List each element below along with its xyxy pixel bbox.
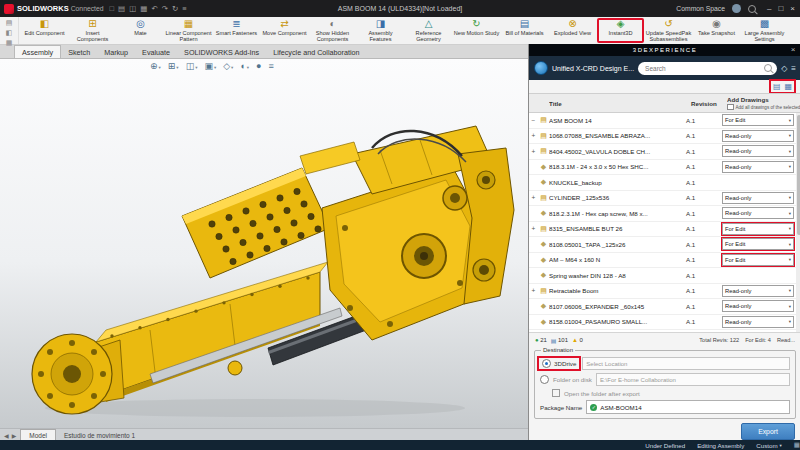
table-row[interactable]: ◆KNUCKLE_backupA.1 (529, 175, 800, 191)
panel-search-input[interactable] (643, 64, 761, 73)
search-icon[interactable] (764, 64, 772, 72)
maximize-icon[interactable]: □ (778, 4, 783, 13)
common-space-label[interactable]: Common Space (676, 5, 725, 12)
save-icon[interactable]: ◫ (129, 4, 136, 13)
expand-icon[interactable]: + (529, 132, 538, 139)
access-dropdown[interactable]: For Edit▾ (722, 223, 794, 235)
expand-icon[interactable]: + (529, 287, 538, 294)
table-row[interactable]: ◆818.3.1M - 24 x 3.0 x 50 Hex SHC...A.1R… (529, 160, 800, 176)
next-tab-arrow-icon[interactable]: ▶ (12, 432, 17, 439)
access-dropdown[interactable]: Read-only▾ (722, 316, 794, 328)
ribbon-button-instant3d[interactable]: ◈Instant3D (597, 18, 644, 43)
search-icon[interactable] (748, 5, 756, 13)
viewtool-zoom-fit[interactable]: ⊕▾ (150, 61, 161, 71)
open-folder-checkbox[interactable] (552, 389, 560, 397)
ribbon-button-move-component[interactable]: ⇄Move Component (261, 18, 308, 43)
access-dropdown[interactable]: Read-only▾ (722, 285, 794, 297)
access-dropdown[interactable]: For Edit▾ (722, 254, 794, 266)
close-icon[interactable]: × (791, 45, 797, 54)
options-icon[interactable]: ≡ (182, 4, 186, 13)
tab-evaluate[interactable]: Evaluate (135, 46, 177, 58)
ribbon-button-edit-component[interactable]: ◧Edit Component (21, 18, 68, 43)
access-dropdown[interactable]: Read-only▾ (722, 145, 794, 157)
select-location-field[interactable]: Select Location (582, 357, 790, 370)
ribbon-button-smart-fasteners[interactable]: ≣Smart Fasteners (213, 18, 260, 43)
access-dropdown[interactable]: Read-only▾ (722, 130, 794, 142)
access-dropdown[interactable]: For Edit▾ (722, 114, 794, 126)
viewtool-edit-appearance[interactable]: ● (256, 61, 261, 71)
expand-icon[interactable]: + (529, 225, 538, 232)
table-row[interactable]: ◆818.2.3.1M - Hex cap screw, M8 x...A.1R… (529, 206, 800, 222)
access-dropdown[interactable]: For Edit▾ (722, 238, 794, 250)
ribbon-button-exploded-view[interactable]: ⊗Exploded View (549, 18, 596, 43)
grid-icon[interactable]: ▦ (6, 39, 13, 47)
table-row[interactable]: ◆8107.06006_EXPANDER _60x145A.1Read-only… (529, 299, 800, 315)
open-icon[interactable]: ▤ (118, 4, 125, 13)
viewtool-zoom-area[interactable]: ⊞▾ (168, 61, 179, 71)
folder-on-disk-radio[interactable] (540, 375, 549, 384)
document-icon[interactable]: ▤ (6, 19, 13, 27)
refresh-list-icon[interactable]: ▦ (784, 82, 792, 91)
expand-icon[interactable]: + (529, 148, 538, 155)
access-dropdown[interactable]: Read-only▾ (722, 207, 794, 219)
table-row[interactable]: ◆8158.01004_PASAMURO SMALL...A.1Read-onl… (529, 315, 800, 331)
ribbon-button-show-hidden-components[interactable]: ◐Show Hidden Components (309, 18, 356, 43)
ribbon-button-linear-component-pattern[interactable]: ▦Linear Component Pattern (165, 18, 212, 43)
tab-sketch[interactable]: Sketch (61, 46, 97, 58)
minimize-icon[interactable]: – (767, 4, 771, 13)
access-dropdown[interactable]: Read-only▾ (722, 300, 794, 312)
graphics-viewport[interactable]: ⊕▾⊞▾◫▾▣▾◇▾◐▾●≡ (0, 58, 528, 428)
column-title[interactable]: Title (549, 100, 691, 107)
column-add-drawings[interactable]: Add Drawings Add all drawings of the sel… (727, 96, 800, 111)
table-row[interactable]: ◆8108.05001_TAPA _125x26A.1For Edit▾ (529, 237, 800, 253)
add-all-drawings-checkbox[interactable] (727, 104, 734, 111)
table-row[interactable]: +▤CYLINDER _125x536A.1Read-only▾ (529, 191, 800, 207)
tag-icon[interactable]: ◇ (781, 64, 787, 73)
expand-icon[interactable]: + (529, 194, 538, 201)
access-dropdown[interactable]: Read-only▾ (722, 161, 794, 173)
new-icon[interactable]: □ (110, 4, 115, 13)
ribbon-button-large-assembly-settings[interactable]: ▩Large Assembly Settings (741, 18, 788, 43)
table-row[interactable]: ◆AM – M64 x 160 NA.1For Edit▾ (529, 253, 800, 269)
table-row[interactable]: ◆Spring washer DIN 128 - A8A.1 (529, 268, 800, 284)
tab-assembly[interactable]: Assembly (14, 45, 61, 58)
table-row[interactable]: +▤1068.07088_ENSAMBLE ABRAZA...A.1Read-o… (529, 129, 800, 145)
prev-tab-arrow-icon[interactable]: ◀ (4, 432, 9, 439)
panel-search-box[interactable] (638, 62, 777, 75)
access-dropdown[interactable]: Read-only▾ (722, 192, 794, 204)
tab-lifecycle-and-collaboration[interactable]: Lifecycle and Collaboration (266, 46, 366, 58)
viewtool-hide-show-items[interactable]: ◐▾ (240, 61, 249, 71)
tab-solidworks-add-ins[interactable]: SOLIDWORKS Add-Ins (177, 46, 266, 58)
viewtool-section-view[interactable]: ◫▾ (186, 61, 198, 71)
viewtool-view-settings[interactable]: ≡ (269, 61, 274, 71)
viewtool-display-style[interactable]: ◇▾ (223, 61, 233, 71)
package-name-field[interactable]: ✓ ASM-BOOM14 (586, 400, 790, 414)
viewtool-view-orientation[interactable]: ▣▾ (204, 61, 216, 71)
table-row[interactable]: +▤Retractable BoomA.1Read-only▾ (529, 284, 800, 300)
folder-path-field[interactable]: E:\For E-home Collaboration (596, 373, 790, 386)
tab-markup[interactable]: Markup (97, 46, 135, 58)
table-row[interactable]: +▤8315_ENSAMBLE BUT 26A.1For Edit▾ (529, 222, 800, 238)
rebuild-icon[interactable]: ↻ (172, 4, 178, 13)
ribbon-button-take-snapshot[interactable]: ◉Take Snapshot (693, 18, 740, 43)
menu-icon[interactable]: ≡ (791, 64, 796, 73)
ribbon-button-reference-geometry[interactable]: △Reference Geometry (405, 18, 452, 43)
ribbon-button-mate[interactable]: ◎Mate (117, 18, 164, 43)
select-columns-icon[interactable]: ▤ (773, 82, 781, 91)
column-revision[interactable]: Revision (691, 100, 727, 107)
user-avatar[interactable] (732, 4, 741, 13)
ribbon-button-assembly-features[interactable]: ◨Assembly Features (357, 18, 404, 43)
close-icon[interactable]: × (790, 4, 795, 13)
custom-mode-dropdown[interactable]: Custom▾ (756, 442, 782, 449)
status-grid-icon[interactable]: ▦ (794, 441, 800, 449)
ribbon-button-insert-components[interactable]: ⊞Insert Components (69, 18, 116, 43)
undo-icon[interactable]: ↶ (151, 4, 157, 13)
sketch-icon[interactable]: ◧ (6, 29, 13, 37)
expand-icon[interactable]: − (529, 117, 538, 124)
3ddrive-radio[interactable] (542, 359, 551, 368)
table-row[interactable]: +▤8404.45002_VALVULA DOBLE CH...A.1Read-… (529, 144, 800, 160)
model-3d-view[interactable] (0, 58, 528, 428)
ribbon-button-bill-of-materials[interactable]: ▤Bill of Materials (501, 18, 548, 43)
redo-icon[interactable]: ↷ (162, 4, 168, 13)
ribbon-button-new-motion-study[interactable]: ↻New Motion Study (453, 18, 500, 43)
